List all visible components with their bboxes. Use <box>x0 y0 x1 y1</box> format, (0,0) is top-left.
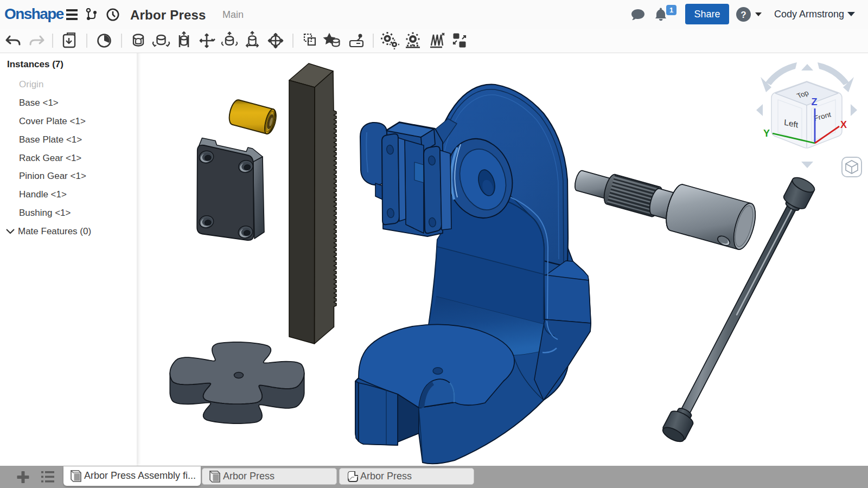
svg-text:?: ? <box>741 10 746 20</box>
svg-text:X: X <box>840 119 847 130</box>
svg-text:Z: Z <box>812 97 818 107</box>
svg-text:Y: Y <box>763 128 770 139</box>
